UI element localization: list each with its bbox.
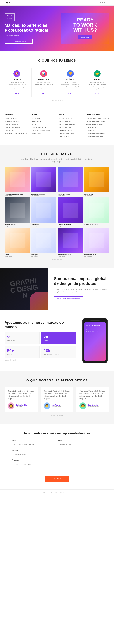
contact-title: Nos mande um email caso apresente dúvida… [12,431,102,435]
service-name: PROJETO [7,78,26,80]
portfolio-sublabel: Design gráfico [84,195,110,196]
author-name: Celia Almeida [16,404,27,406]
skill-item: Identidade sonora [59,126,82,129]
phone-mockup: Para você - só há app seja feliz nesta p… [82,318,108,364]
skill-column-title: Desenvolvimento [86,113,110,116]
name-label: Nome [58,440,102,441]
portfolio-label: Cartões de negócios [84,224,110,225]
design-description: Lorem ipsum dolor sit amet, consectetur … [19,158,95,163]
global-graphic-overlay [30,292,48,310]
portfolio-item[interactable]: Uma identidade colaborativa Design gráfi… [4,167,30,196]
portfolio-item[interactable]: Cartões de negócios Design gráfico [58,228,83,257]
skill-item: Projeto de Arquitetura de Sistema [86,117,110,120]
portfolio-label: Modelo de música [84,254,110,256]
skill-item: Motion Design [32,132,55,135]
portfolio-item[interactable]: design de folheto Design gráfico [4,198,30,227]
hero-cta-button[interactable]: CONSULTE MAIS INFORMAÇÕES [4,39,32,44]
testimonials-grid: Sample text: Click to select. Click agai… [4,387,110,412]
services-title: O QUE NÓS FAZEMOS [4,59,110,62]
testimonial-card: Sample text: Click to select. Click agai… [40,387,74,412]
hero-badge: ART & DESIGN STUDIO [4,13,14,21]
skill-item: Protótipos [32,123,55,126]
global-cta-button[interactable]: CONSULTE MAIS INFORMAÇÕES [54,296,83,301]
portfolio-thumb [58,198,83,223]
stat-box: 18k USUÁRIOS FELIZES [41,346,76,358]
stats-left: Ajudamos as melhores marcas do mundo 23 … [4,320,76,361]
message-input[interactable] [12,462,102,474]
portfolio-thumb [31,228,56,253]
footer: © 2024 Art & Design Studio. All rights r… [0,490,114,496]
service-icon: 🤝 [94,70,100,77]
portfolio-item[interactable]: Formulários Design digital [31,198,56,227]
portfolio-sublabel: Design digital [31,256,56,257]
service-text: Duis aute irure dolor in reprehenderit i… [7,82,26,90]
skill-item: Identidade de movimento [59,123,82,126]
author-role: Gerente de vendas [88,406,100,408]
portfolio-item[interactable]: Cartazes Design gráfico [4,228,30,257]
global-title: Somos uma empresa global de design de pr… [54,276,108,286]
service-more-link[interactable]: MAIS [68,93,72,94]
submit-button[interactable]: ENVIAR [46,476,69,482]
skill-item: Criação de recursos visuais [32,130,55,132]
stat-box: 70+ SITES [41,332,76,344]
author-role: secretária [16,406,27,408]
service-icon: 🏆 [67,70,74,77]
testimonial-text: Sample text: Click to select. Click agai… [8,390,34,400]
nav-studio: STUDIO [100,2,110,4]
skill-item: Desenvolvimento Full-Stack [86,120,110,122]
navigation: logo STUDIO [0,0,114,6]
global-right: Somos uma empresa global de design de pr… [48,268,114,310]
author-avatar: 👨 [44,402,50,409]
stat-number: 50+ [7,348,37,353]
portfolio-item[interactable]: Animação Design digital [31,228,56,257]
skill-column: Desenvolvimento Projeto de Arquitetura d… [86,113,110,138]
services-grid: 🎯 PROJETO Duis aute irure dolor in repre… [4,68,110,97]
portfolio-sublabel: Design gráfico [58,225,83,227]
service-more-link[interactable]: MAIS [15,93,19,94]
subject-label: Assunto [12,450,102,451]
email-input[interactable] [12,442,56,447]
portfolio-item[interactable]: Campanha de marca Design gráfico [31,167,56,196]
author-avatar: 👦 [80,402,86,409]
portfolio-item[interactable]: Modelo de música Design gráfico [84,228,110,257]
subject-field-group: Assunto [12,450,102,457]
service-name: MARKETING [34,78,53,80]
phone-screen-text: Para você - só há app [86,324,104,326]
testimonials-section: O QUE NOSSOS USUÁRIOS DIZEM? Sample text… [0,371,114,424]
skill-item: DesenverPro [86,130,110,132]
skill-item: Filmes de marca [59,136,82,138]
subject-input[interactable] [12,452,102,457]
testimonial-card: Sample text: Click to select. Click agai… [76,387,110,412]
email-field-group: Email [12,440,56,447]
portfolio-item[interactable]: Cartões de negócios Design gráfico [58,198,83,227]
skill-item: Workshops interativos [4,120,28,122]
portfolio-item[interactable]: Cartões de negócios Design gráfico [84,198,110,227]
portfolio-sublabel: Design gráfico [84,256,110,257]
phone-notch [90,320,100,321]
skill-item: Análise e pesquisa [4,117,28,120]
service-text: Duis aute irure dolor in reprehenderit i… [88,82,107,90]
service-card: 🤝 APOIAR Duis aute irure dolor in repreh… [85,68,110,97]
service-more-link[interactable]: MAIS [95,93,100,94]
portfolio-thumb [84,198,110,223]
hero-screen-btn[interactable]: MOSTRAR [78,36,92,40]
portfolio-label: Site de Web Design [58,194,83,195]
global-section: GRAPHIC DESIGN Somos uma empresa global … [0,268,114,310]
portfolio-item[interactable]: Caixas de luz Design gráfico [84,167,110,196]
skill-item: Direção Criativa [32,117,55,120]
name-field-group: Nome [58,440,102,447]
service-icon: 📊 [40,70,47,77]
portfolio-thumb [4,167,30,193]
footer-text: © 2024 Art & Design Studio. All rights r… [43,492,72,494]
skill-item: Estratégia de conteúdo [4,126,28,129]
portfolio-item[interactable]: Site de Web Design Design digital [58,167,83,196]
name-input[interactable] [58,442,102,447]
stat-label: APLICATIVOS [7,340,37,342]
portfolio-thumb [84,228,110,253]
portfolio-sublabel: Design gráfico [58,256,83,257]
message-field-group: Mensagem [12,459,102,474]
portfolio-sublabel: Design gráfico [4,195,30,196]
portfolio-label: Cartazes [4,254,30,256]
service-more-link[interactable]: MAIS [42,93,46,94]
hero-subtitle: Saiba sobre o Freepik [4,35,50,36]
